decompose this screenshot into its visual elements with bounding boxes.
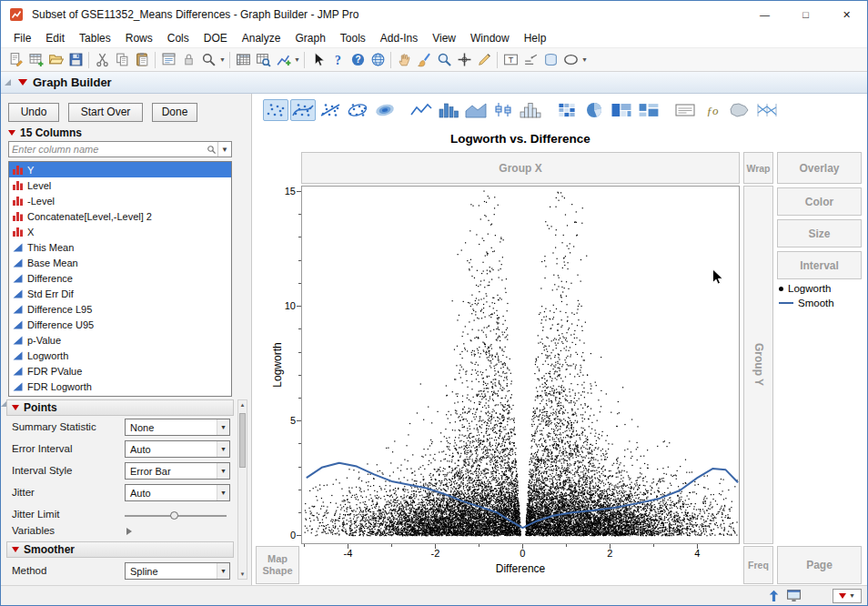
column-item[interactable]: Base Mean [9, 255, 231, 270]
status-red-triangle-dropdown[interactable]: ▼ [833, 589, 862, 603]
close-button[interactable]: ✕ [826, 1, 867, 28]
search-icon[interactable] [198, 50, 218, 70]
drop-zone-overlay[interactable]: Overlay [777, 152, 862, 184]
jitter-select[interactable]: Auto▼ [125, 484, 230, 501]
panel-scrollbar[interactable]: ▲ ▼ [237, 399, 247, 580]
red-triangle-menu-icon[interactable] [18, 79, 27, 86]
drop-zone-map-shape[interactable]: Map Shape [256, 546, 299, 584]
drop-zone-interval[interactable]: Interval [777, 251, 862, 279]
column-item[interactable]: Std Err Dif [9, 286, 231, 301]
menu-item-help[interactable]: Help [517, 30, 554, 46]
script-window-icon[interactable] [158, 50, 178, 70]
paste-icon[interactable] [132, 50, 152, 70]
charttype-parallel-icon[interactable] [754, 99, 780, 121]
charttype-heatmap-icon[interactable] [554, 99, 580, 121]
charttype-area-icon[interactable] [463, 99, 489, 121]
charttype-box-plot-icon[interactable] [490, 99, 516, 121]
column-item[interactable]: Y [9, 162, 231, 177]
charttype-map-shape-icon[interactable] [727, 99, 752, 121]
window-view-icon[interactable] [785, 588, 802, 604]
menu-item-doe[interactable]: DOE [197, 30, 235, 46]
caption-icon[interactable]: T [500, 50, 520, 70]
drop-zone-color[interactable]: Color [777, 187, 862, 216]
column-item[interactable]: FDR PValue [9, 363, 231, 379]
toolbar-dropdown-chevron[interactable]: ▼ [293, 56, 301, 63]
brush-icon[interactable] [414, 50, 434, 70]
data-table-icon[interactable] [233, 50, 253, 70]
column-item[interactable]: Level [9, 177, 231, 193]
help-globe-icon[interactable]: ? [348, 50, 368, 70]
charttype-ellipse-icon[interactable] [345, 99, 370, 121]
drop-zone-size[interactable]: Size [777, 219, 862, 247]
scrollbar-thumb[interactable] [239, 413, 246, 468]
menu-item-tables[interactable]: Tables [72, 30, 118, 46]
charttype-caption-box-icon[interactable] [672, 99, 698, 121]
toolbar-dropdown-chevron[interactable]: ▼ [218, 56, 227, 63]
open-icon[interactable] [45, 50, 66, 70]
new-table-icon[interactable] [25, 50, 45, 70]
column-item[interactable]: Difference L95 [9, 301, 231, 317]
charttype-points-icon[interactable] [263, 99, 288, 121]
interval-style-select[interactable]: Error Bar▼ [125, 462, 230, 480]
charttype-bar-icon[interactable] [436, 99, 461, 121]
points-panel-header[interactable]: Points [6, 399, 234, 416]
menu-item-graph[interactable]: Graph [288, 30, 332, 46]
column-item[interactable]: Logworth [9, 348, 231, 363]
charttype-treemap-icon[interactable] [609, 99, 634, 121]
volcano-scatter-plot[interactable] [302, 187, 739, 543]
plot-frame[interactable] [301, 186, 740, 544]
toolbar-dropdown-chevron[interactable]: ▼ [580, 56, 589, 63]
globe-icon[interactable] [368, 50, 388, 70]
polyline-icon[interactable] [520, 50, 540, 70]
column-item[interactable]: Concatenate[Level,-Level] 2 [9, 208, 231, 224]
minimize-button[interactable]: — [744, 1, 785, 28]
charttype-smoother-icon[interactable] [290, 99, 316, 121]
cut-icon[interactable] [92, 50, 112, 70]
column-item[interactable]: p-Value [9, 332, 231, 348]
scroll-up-icon[interactable]: ▲ [238, 400, 247, 409]
charttype-pie-icon[interactable] [581, 99, 607, 121]
menu-item-file[interactable]: File [6, 30, 38, 46]
charttype-line-icon[interactable] [409, 99, 434, 121]
save-icon[interactable] [66, 50, 86, 70]
drop-zone-group-x[interactable]: Group X [301, 152, 740, 184]
drop-zone-freq[interactable]: Freq [743, 546, 773, 584]
hand-icon[interactable] [394, 50, 414, 70]
smoother-panel-header[interactable]: Smoother [6, 541, 234, 558]
menu-item-analyze[interactable]: Analyze [235, 30, 288, 46]
jitter-limit-slider[interactable] [125, 515, 227, 517]
drop-zone-page[interactable]: Page [777, 546, 862, 584]
start-over-button[interactable]: Start Over [68, 103, 143, 122]
menu-item-view[interactable]: View [425, 30, 463, 46]
menu-item-cols[interactable]: Cols [160, 30, 197, 46]
menu-item-window[interactable]: Window [463, 30, 517, 46]
summary-statistic-select[interactable]: None▼ [125, 419, 230, 436]
slider-thumb[interactable] [170, 511, 178, 520]
maximize-button[interactable]: □ [785, 1, 826, 28]
menu-item-tools[interactable]: Tools [333, 30, 373, 46]
outline-collapse-icon[interactable] [5, 79, 11, 86]
menu-item-addins[interactable]: Add-Ins [373, 30, 425, 46]
charttype-formula-icon[interactable]: ƒo [700, 99, 725, 121]
charttype-contour-icon[interactable] [372, 99, 398, 121]
points-red-triangle-icon[interactable] [12, 405, 19, 410]
crosshair-icon[interactable] [454, 50, 474, 70]
columns-red-triangle-icon[interactable] [8, 130, 15, 136]
menu-item-edit[interactable]: Edit [38, 30, 72, 46]
column-item[interactable]: This Mean [9, 239, 231, 255]
undo-button[interactable]: Undo [8, 103, 59, 122]
pencil-icon[interactable] [474, 50, 494, 70]
charttype-histogram-icon[interactable] [518, 99, 543, 121]
help-icon[interactable]: ? [328, 50, 348, 70]
drop-zone-group-y[interactable]: Group Y [743, 186, 773, 544]
error-interval-select[interactable]: Auto▼ [125, 440, 230, 458]
method-select[interactable]: Spline▼ [125, 562, 230, 580]
jump-arrow-icon[interactable] [765, 588, 782, 604]
search-table-icon[interactable] [253, 50, 273, 70]
copy-icon[interactable] [112, 50, 132, 70]
cursor-icon[interactable] [308, 50, 328, 70]
variables-expand-icon[interactable] [126, 528, 132, 535]
zoom-icon[interactable] [434, 50, 454, 70]
oval-icon[interactable] [560, 50, 580, 70]
cylinder-icon[interactable] [540, 50, 560, 70]
